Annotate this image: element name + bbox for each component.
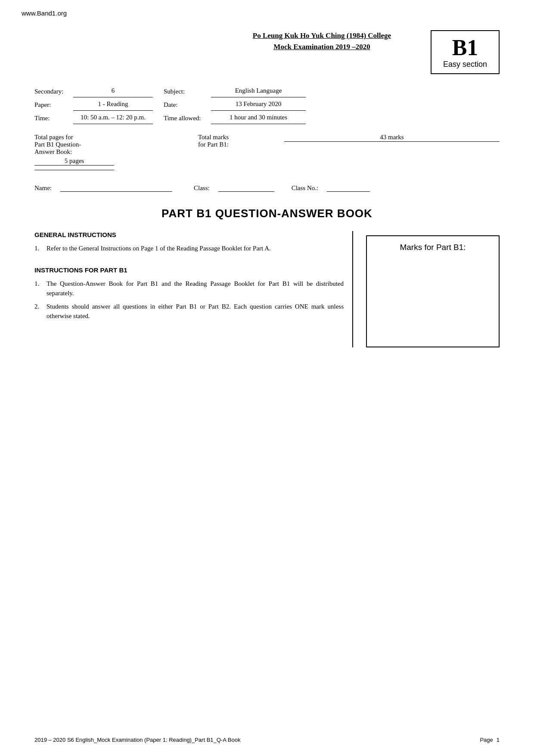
pages-label-3: Answer Book: [34, 148, 198, 156]
paper-label: Paper: [34, 99, 73, 111]
time-allowed-value: 1 hour and 30 minutes [211, 112, 306, 124]
date-value: 13 February 2020 [211, 98, 306, 111]
left-column: GENERAL INSTRUCTIONS 1. Refer to the Gen… [34, 231, 353, 347]
time-label: Time: [34, 112, 73, 124]
part-b1-instructions-list: 1. The Question-Answer Book for Part B1 … [34, 279, 344, 321]
two-column-layout: GENERAL INSTRUCTIONS 1. Refer to the Gen… [34, 231, 500, 347]
general-instructions-list: 1. Refer to the General Instructions on … [34, 244, 344, 253]
b1-label: B1 [440, 35, 490, 60]
time-allowed-label: Time allowed: [153, 112, 211, 124]
part-b1-instructions-heading: INSTRUCTIONS FOR PART B1 [34, 266, 344, 274]
total-area: Total pages for Part B1 Question- Answer… [34, 134, 500, 170]
name-row: Name: Class: Class No.: [34, 183, 500, 192]
subject-label: Subject: [153, 86, 211, 97]
website-url: www.Band1.org [22, 9, 67, 17]
marks-box: Marks for Part B1: [366, 235, 500, 347]
secondary-value: 6 [73, 85, 153, 97]
pages-value: 5 pages [34, 157, 114, 166]
total-right-block: Total marks for Part B1: 43 marks [198, 134, 500, 170]
footer: 2019 – 2020 S6 English_Mock Examination … [34, 737, 500, 743]
footer-page: Page 1 [480, 737, 500, 743]
info-rows: Secondary: 6 Subject: English Language P… [34, 85, 500, 124]
b1-box: B1 Easy section [431, 30, 500, 74]
page-label: Page [480, 737, 493, 743]
general-instructions-heading: GENERAL INSTRUCTIONS [34, 231, 344, 238]
classno-field[interactable] [327, 183, 370, 192]
class-label: Class: [194, 184, 210, 192]
page-number: 1 [497, 737, 500, 743]
marks-label-2: for Part B1: [198, 141, 284, 148]
marks-label-1: Total marks [198, 134, 284, 141]
pages-label-2: Part B1 Question- [34, 141, 198, 148]
general-instruction-1: 1. Refer to the General Instructions on … [34, 244, 344, 253]
marks-box-title: Marks for Part B1: [376, 243, 490, 252]
page: www.Band1.org Po Leung Kuk Ho Yuk Ching … [0, 0, 534, 756]
header-center: Po Leung Kuk Ho Yuk Ching (1984) College… [226, 30, 418, 52]
time-value: 10: 50 a.m. – 12: 20 p.m. [73, 112, 153, 124]
main-title: PART B1 QUESTION-ANSWER BOOK [34, 207, 500, 220]
pages-label-1: Total pages for [34, 134, 198, 141]
exam-title: Mock Examination 2019 –2020 [226, 41, 418, 53]
name-label: Name: [34, 184, 52, 192]
name-field[interactable] [60, 183, 172, 192]
part-b1-instructions-section: INSTRUCTIONS FOR PART B1 1. The Question… [34, 266, 344, 321]
date-label: Date: [153, 99, 211, 111]
footer-text: 2019 – 2020 S6 English_Mock Examination … [34, 737, 480, 743]
paper-row: Paper: 1 - Reading Date: 13 February 202… [34, 98, 500, 111]
general-instructions-section: GENERAL INSTRUCTIONS 1. Refer to the Gen… [34, 231, 344, 253]
part-b1-instruction-1: 1. The Question-Answer Book for Part B1 … [34, 279, 344, 298]
total-left-block: Total pages for Part B1 Question- Answer… [34, 134, 198, 170]
time-row: Time: 10: 50 a.m. – 12: 20 p.m. Time all… [34, 112, 500, 124]
subject-value: English Language [211, 85, 306, 97]
paper-value: 1 - Reading [73, 98, 153, 111]
school-name: Po Leung Kuk Ho Yuk Ching (1984) College [226, 30, 418, 41]
marks-value: 43 marks [284, 134, 500, 142]
part-b1-instruction-2: 2. Students should answer all questions … [34, 302, 344, 321]
easy-section-label: Easy section [440, 60, 490, 69]
class-field[interactable] [218, 183, 274, 192]
right-column: Marks for Part B1: [353, 231, 500, 347]
secondary-row: Secondary: 6 Subject: English Language [34, 85, 500, 97]
header-area: Po Leung Kuk Ho Yuk Ching (1984) College… [34, 22, 500, 74]
classno-label: Class No.: [292, 184, 319, 192]
secondary-label: Secondary: [34, 86, 73, 97]
